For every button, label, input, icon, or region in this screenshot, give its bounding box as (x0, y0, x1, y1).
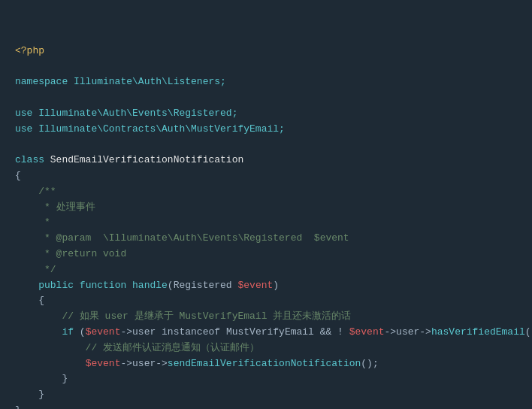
code-token: $event (86, 358, 121, 369)
code-token: $event (237, 280, 273, 291)
code-token: if (62, 326, 79, 338)
code-token: Illuminate\Auth\Events\Registered; (38, 108, 237, 119)
code-token: public (38, 280, 80, 291)
code-line (15, 137, 517, 153)
code-token: hasVerifiedEmail (431, 326, 525, 338)
code-line: if ($event->user instanceof MustVerifyEm… (15, 325, 517, 341)
code-token (15, 280, 38, 291)
code-token: */ (15, 264, 56, 275)
code-token: use (15, 123, 38, 135)
code-token: { (15, 170, 21, 181)
code-token: (Registered (168, 280, 238, 291)
code-token: Illuminate\Auth\Listeners; (74, 76, 226, 87)
code-token: * 处理事件 (15, 201, 95, 213)
code-token: SendEmailVerificationNotification (50, 154, 243, 165)
code-line: use Illuminate\Contracts\Auth\MustVerify… (15, 122, 517, 138)
code-token: sendEmailVerificationNotification (168, 358, 361, 369)
code-token: <?php (15, 45, 44, 56)
code-container: <?php namespace Illuminate\Auth\Listener… (15, 12, 517, 409)
code-line: * 处理事件 (15, 200, 517, 216)
code-line: /** (15, 184, 517, 200)
code-lines: <?php namespace Illuminate\Auth\Listener… (15, 44, 517, 409)
code-line: public function handle(Registered $event… (15, 278, 517, 294)
code-line: <?php (15, 44, 517, 59)
code-line: namespace Illuminate\Auth\Listeners; (15, 74, 517, 90)
code-token: Illuminate\Contracts\Auth\MustVerifyEmai… (38, 123, 285, 135)
code-token: $event (349, 326, 385, 338)
code-token: ->user-> (385, 326, 431, 338)
code-token: // 如果 user 是继承于 MustVerifyEmail 并且还未激活的话 (15, 311, 351, 322)
code-token: ) (273, 280, 279, 291)
code-line: use Illuminate\Auth\Events\Registered; (15, 106, 517, 122)
code-token: ( (80, 326, 86, 338)
code-token: } (15, 404, 21, 409)
code-line: $event->user->sendEmailVerificationNotif… (15, 356, 517, 372)
code-line: * @param \Illuminate\Auth\Events\Registe… (15, 231, 517, 247)
code-line: { (15, 168, 517, 184)
code-token: ->user instanceof MustVerifyEmail && ! (120, 326, 349, 338)
code-line: class SendEmailVerificationNotification (15, 153, 517, 168)
code-line: */ (15, 262, 517, 278)
code-token: ->user-> (120, 358, 167, 369)
code-token: namespace (15, 76, 74, 87)
code-token: } (15, 373, 68, 384)
code-line: } (15, 371, 517, 387)
code-line: { (15, 293, 517, 309)
code-token: /** (15, 186, 56, 197)
code-line: } (15, 387, 517, 403)
code-token: // 发送邮件认证消息通知（认证邮件） (15, 342, 259, 353)
code-token: function (80, 280, 132, 291)
code-token: (); (361, 358, 378, 369)
code-token: class (15, 154, 50, 165)
code-token (15, 358, 86, 369)
code-token: $event (86, 326, 121, 338)
code-token: * @return void (15, 248, 126, 259)
code-token: ()) { (525, 326, 532, 338)
code-token: use (15, 108, 38, 119)
code-line: } (15, 403, 517, 409)
code-line (15, 59, 517, 74)
code-line: * (15, 215, 517, 231)
code-token: * @param \Illuminate\Auth\Events\Registe… (15, 232, 349, 244)
code-token: { (15, 295, 44, 306)
code-token: } (15, 389, 44, 400)
code-line: * @return void (15, 247, 517, 262)
code-line: // 发送邮件认证消息通知（认证邮件） (15, 341, 517, 356)
code-token: handle (132, 280, 168, 291)
code-token: * (15, 217, 50, 228)
code-line: // 如果 user 是继承于 MustVerifyEmail 并且还未激活的话 (15, 309, 517, 325)
code-line (15, 90, 517, 106)
code-token (15, 326, 62, 338)
